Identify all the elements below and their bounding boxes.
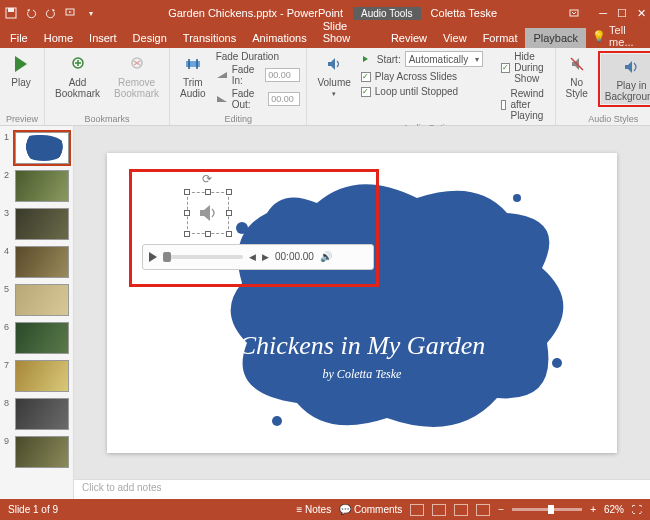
fade-out-icon bbox=[216, 94, 228, 104]
user-name: Coletta Teske bbox=[431, 7, 497, 19]
thumbnail-7-preview bbox=[15, 360, 69, 392]
minimize-icon[interactable]: ─ bbox=[599, 7, 607, 20]
audio-skip-fwd-icon[interactable]: ▶ bbox=[262, 252, 269, 262]
zoom-out-icon[interactable]: − bbox=[498, 504, 504, 515]
thumbnail-5[interactable]: 5 bbox=[4, 284, 69, 316]
add-bookmark-button[interactable]: Add Bookmark bbox=[51, 51, 104, 101]
group-audio-styles: No Style Play in Background Audio Styles bbox=[556, 48, 650, 125]
play-in-background-label: Play in Background bbox=[605, 80, 650, 102]
fade-duration-stack: Fade Duration Fade In: 00.00 Fade Out: 0… bbox=[216, 51, 301, 110]
status-right: ≡ Notes 💬 Comments − + 62% ⛶ bbox=[296, 504, 642, 516]
comments-toggle[interactable]: 💬 Comments bbox=[339, 504, 402, 515]
tab-format[interactable]: Format bbox=[475, 28, 526, 48]
thumbnail-6-preview bbox=[15, 322, 69, 354]
undo-icon[interactable] bbox=[24, 6, 38, 20]
thumbnail-8[interactable]: 8 bbox=[4, 398, 69, 430]
tab-review[interactable]: Review bbox=[383, 28, 435, 48]
thumbnail-1[interactable]: 1 bbox=[4, 132, 69, 164]
reading-view-icon[interactable] bbox=[454, 504, 468, 516]
tab-insert[interactable]: Insert bbox=[81, 28, 125, 48]
slide[interactable]: Chickens in My Garden by Coletta Teske ◀… bbox=[107, 153, 617, 453]
tab-animations[interactable]: Animations bbox=[244, 28, 314, 48]
start-dropdown[interactable]: Automatically bbox=[405, 51, 483, 67]
play-button[interactable]: Play bbox=[6, 51, 36, 90]
slide-canvas[interactable]: Chickens in My Garden by Coletta Teske ◀… bbox=[74, 126, 650, 479]
trim-audio-icon bbox=[182, 53, 204, 75]
zoom-level[interactable]: 62% bbox=[604, 504, 624, 515]
loop-checkbox[interactable] bbox=[361, 87, 371, 97]
rewind-checkbox[interactable] bbox=[501, 100, 506, 110]
save-icon[interactable] bbox=[4, 6, 18, 20]
audio-skip-back-icon[interactable]: ◀ bbox=[249, 252, 256, 262]
play-across-label: Play Across Slides bbox=[375, 71, 457, 82]
notes-pane[interactable]: Click to add notes bbox=[74, 479, 650, 499]
rotate-handle-icon[interactable] bbox=[202, 172, 214, 184]
tab-transitions[interactable]: Transitions bbox=[175, 28, 244, 48]
slide-editor-area: Chickens in My Garden by Coletta Teske ◀… bbox=[74, 126, 650, 499]
fade-out-input[interactable]: 00.00 bbox=[268, 92, 300, 106]
rewind-row[interactable]: Rewind after Playing bbox=[501, 88, 548, 121]
normal-view-icon[interactable] bbox=[410, 504, 424, 516]
tab-file[interactable]: File bbox=[0, 28, 36, 48]
fade-in-input[interactable]: 00.00 bbox=[265, 68, 300, 82]
trim-audio-button[interactable]: Trim Audio bbox=[176, 51, 210, 101]
quick-access-toolbar: ▾ bbox=[4, 6, 98, 20]
audio-playback-bar[interactable]: ◀ ▶ 00:00.00 🔊 bbox=[142, 244, 374, 270]
thumbnail-3[interactable]: 3 bbox=[4, 208, 69, 240]
tab-playback[interactable]: Playback bbox=[525, 28, 586, 48]
loop-row[interactable]: Loop until Stopped bbox=[361, 86, 483, 97]
play-across-row[interactable]: Play Across Slides bbox=[361, 71, 483, 82]
zoom-slider[interactable] bbox=[512, 508, 582, 511]
redo-icon[interactable] bbox=[44, 6, 58, 20]
audio-play-icon[interactable] bbox=[149, 252, 157, 262]
tell-me-search[interactable]: 💡 Tell me... bbox=[592, 24, 650, 48]
audio-volume-icon[interactable]: 🔊 bbox=[320, 251, 332, 262]
thumbnail-4[interactable]: 4 bbox=[4, 246, 69, 278]
hide-checkbox[interactable] bbox=[501, 63, 510, 73]
fade-duration-label: Fade Duration bbox=[216, 51, 301, 62]
qat-customize-icon[interactable]: ▾ bbox=[84, 6, 98, 20]
thumbnail-2[interactable]: 2 bbox=[4, 170, 69, 202]
play-in-background-button[interactable]: Play in Background bbox=[601, 54, 650, 104]
play-in-background-highlight: Play in Background bbox=[598, 51, 650, 107]
audio-time: 00:00.00 bbox=[275, 251, 314, 262]
play-across-checkbox[interactable] bbox=[361, 72, 371, 82]
slide-title[interactable]: Chickens in My Garden bbox=[107, 331, 617, 361]
notes-toggle[interactable]: ≡ Notes bbox=[296, 504, 331, 515]
close-icon[interactable]: ✕ bbox=[637, 7, 646, 20]
thumbnail-7[interactable]: 7 bbox=[4, 360, 69, 392]
remove-bookmark-label: Remove Bookmark bbox=[114, 77, 159, 99]
ribbon: Play Preview Add Bookmark Remove Bookmar… bbox=[0, 48, 650, 126]
tab-view[interactable]: View bbox=[435, 28, 475, 48]
add-bookmark-label: Add Bookmark bbox=[55, 77, 100, 99]
start-row: Start: Automatically bbox=[361, 51, 483, 67]
slide-thumbnails-panel[interactable]: 1 2 3 4 5 6 7 8 9 bbox=[0, 126, 74, 499]
slide-subtitle[interactable]: by Coletta Teske bbox=[107, 367, 617, 382]
thumbnail-4-preview bbox=[15, 246, 69, 278]
fit-to-window-icon[interactable]: ⛶ bbox=[632, 504, 642, 515]
tab-slideshow[interactable]: Slide Show bbox=[315, 16, 383, 48]
svg-rect-6 bbox=[186, 61, 200, 67]
hide-row[interactable]: Hide During Show bbox=[501, 51, 548, 84]
audio-object[interactable] bbox=[187, 192, 229, 234]
thumbnail-6[interactable]: 6 bbox=[4, 322, 69, 354]
chevron-down-icon: ▾ bbox=[332, 90, 336, 98]
ribbon-options-icon[interactable] bbox=[567, 6, 581, 20]
zoom-in-icon[interactable]: + bbox=[590, 504, 596, 515]
slideshow-view-icon[interactable] bbox=[476, 504, 490, 516]
maximize-icon[interactable]: ☐ bbox=[617, 7, 627, 20]
tab-home[interactable]: Home bbox=[36, 28, 81, 48]
remove-bookmark-button[interactable]: Remove Bookmark bbox=[110, 51, 163, 101]
no-style-label: No Style bbox=[566, 77, 588, 99]
svg-point-9 bbox=[513, 194, 521, 202]
slide-indicator: Slide 1 of 9 bbox=[8, 504, 58, 515]
tab-design[interactable]: Design bbox=[125, 28, 175, 48]
thumbnail-2-preview bbox=[15, 170, 69, 202]
volume-button[interactable]: Volume ▾ bbox=[313, 51, 354, 100]
slide-sorter-view-icon[interactable] bbox=[432, 504, 446, 516]
audio-seek-slider[interactable] bbox=[163, 255, 243, 259]
start-from-beginning-icon[interactable] bbox=[64, 6, 78, 20]
thumbnail-9[interactable]: 9 bbox=[4, 436, 69, 468]
no-style-button[interactable]: No Style bbox=[562, 51, 592, 101]
svg-rect-3 bbox=[570, 10, 578, 16]
